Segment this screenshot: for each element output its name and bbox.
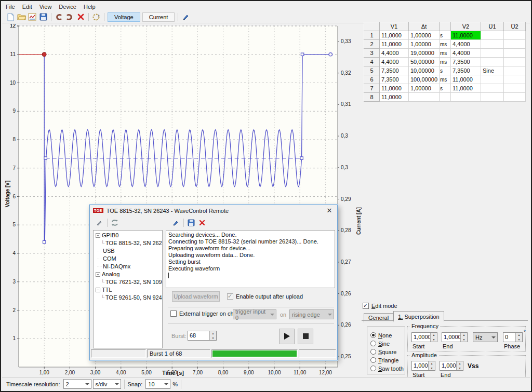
snap-value-dropdown[interactable]: 10 [145, 379, 170, 389]
voltage-view-button[interactable]: Voltage [108, 12, 140, 22]
radio-button-icon[interactable] [370, 332, 376, 338]
loop-settings-icon[interactable] [91, 12, 101, 22]
enable-output-checkbox[interactable]: Enable output after upload [227, 293, 303, 300]
edit-mode-checkbox-box[interactable] [363, 303, 369, 309]
pen-edit-icon[interactable] [180, 12, 191, 22]
segment-value-cell[interactable]: 50,00000 [409, 58, 440, 66]
segment-value-cell[interactable]: s [440, 84, 451, 93]
segment-value-cell[interactable] [504, 93, 526, 102]
radio-square[interactable]: Square [370, 348, 405, 356]
segment-value-cell[interactable] [481, 93, 504, 102]
dialog-close-button[interactable]: ✕ [325, 207, 334, 214]
clear-log-icon[interactable] [197, 218, 207, 228]
frequency-unit-dropdown[interactable]: Hz [473, 332, 498, 342]
radio-saw-tooth[interactable]: Saw tooth [370, 364, 405, 372]
delete-icon[interactable] [75, 12, 86, 22]
tree-node-usb[interactable]: USB [94, 247, 162, 255]
segment-value-cell[interactable]: 4,4000 [451, 49, 481, 58]
row-number-cell[interactable]: 8 [364, 93, 380, 102]
radio-none[interactable]: None [370, 331, 405, 339]
export-image-icon[interactable] [27, 12, 37, 22]
tree-expander-icon[interactable]: − [96, 288, 100, 292]
tree-expander-icon[interactable]: − [96, 272, 100, 277]
segment-value-cell[interactable]: Sine [481, 66, 504, 75]
row-number-cell[interactable]: 3 [364, 49, 380, 58]
save-log-icon[interactable] [186, 218, 196, 228]
open-file-icon[interactable] [16, 12, 26, 22]
tree-node-gpib0[interactable]: −GPIB0 [94, 232, 162, 239]
new-document-icon[interactable] [5, 12, 16, 22]
segment-value-cell[interactable] [481, 31, 504, 40]
segment-value-cell[interactable]: ms [440, 58, 451, 66]
segment-value-cell[interactable]: ms [440, 40, 451, 49]
segment-value-cell[interactable] [504, 58, 526, 66]
row-number-cell[interactable]: 5 [364, 66, 380, 75]
segment-value-cell[interactable] [481, 75, 504, 84]
tab-general[interactable]: General [364, 313, 393, 322]
radio-button-icon[interactable] [370, 357, 376, 363]
menu-item-edit[interactable]: Edit [19, 3, 36, 10]
segment-value-cell[interactable]: 11,0000 [451, 84, 481, 93]
segment-value-cell[interactable]: 7,3500 [451, 66, 481, 75]
segment-value-cell[interactable] [504, 49, 526, 58]
tab-1-superposition[interactable]: 1. Superposition [393, 311, 444, 321]
segment-value-cell[interactable]: 1,00000 [409, 31, 440, 40]
segment-value-cell[interactable]: 7,3500 [451, 58, 481, 66]
segment-value-cell[interactable] [504, 84, 526, 93]
tree-device-node[interactable]: └TOE 8815-32, SN 26243 [94, 239, 162, 247]
segment-value-cell[interactable] [440, 93, 451, 102]
upload-waveform-button[interactable]: Upload waveform [172, 291, 220, 302]
segment-value-cell[interactable]: 1,00000 [409, 40, 440, 49]
segment-value-cell[interactable] [481, 58, 504, 66]
segment-value-cell[interactable]: 1,00000 [409, 84, 440, 93]
segment-value-cell[interactable] [409, 93, 440, 102]
segment-value-cell[interactable]: 4,4000 [380, 49, 409, 58]
edit-log-icon[interactable] [170, 218, 181, 228]
segment-value-cell[interactable]: ms [440, 49, 451, 58]
segment-value-cell[interactable]: s [440, 66, 451, 75]
waveform-handle-square[interactable] [300, 157, 303, 159]
tree-node-analog[interactable]: −Analog [94, 271, 162, 278]
spinner-arrows[interactable]: ▲▼ [209, 331, 216, 340]
row-number-cell[interactable]: 2 [364, 40, 380, 49]
segment-value-cell[interactable] [481, 84, 504, 93]
tree-device-node[interactable]: └TOE 7621-32, SN 10935 [94, 278, 162, 286]
row-number-cell[interactable]: 4 [364, 58, 380, 66]
play-button[interactable] [279, 329, 295, 344]
waveform-handle-square[interactable] [301, 53, 303, 56]
segment-value-cell[interactable] [504, 40, 526, 49]
dialog-title-bar[interactable]: TOE TOE 8815-32, SN 26243 - WaveControl … [90, 205, 337, 216]
waveform-handle-dot[interactable] [42, 52, 46, 57]
segment-value-cell[interactable]: 11,0000 [380, 84, 409, 93]
menu-item-file[interactable]: File [2, 3, 19, 10]
amplitude-start-spinner[interactable]: 1,000▲▼ [411, 361, 435, 371]
waveform-handle-square[interactable] [43, 240, 45, 243]
trigger-input-dropdown[interactable]: trigger input 0 [233, 309, 276, 319]
save-icon[interactable] [38, 12, 48, 22]
menu-item-help[interactable]: Help [80, 3, 99, 10]
trigger-edge-dropdown[interactable]: rising edge [289, 309, 334, 319]
row-number-cell[interactable]: 1 [364, 31, 380, 40]
segment-value-cell[interactable] [481, 40, 504, 49]
segment-value-cell[interactable]: s [440, 31, 451, 40]
amplitude-end-spinner[interactable]: 1,000▲▼ [440, 361, 463, 371]
segment-value-cell[interactable] [504, 31, 526, 40]
segment-value-cell[interactable] [504, 66, 526, 75]
segment-value-cell[interactable]: 4,4000 [380, 58, 409, 66]
segment-value-cell[interactable]: 19,00000 [409, 49, 440, 58]
segment-value-cell[interactable] [481, 49, 504, 58]
edit-mode-checkbox[interactable]: Edit mode [363, 303, 397, 309]
undo-icon[interactable] [54, 12, 64, 22]
tree-node-ni-daqmx[interactable]: NI-DAQmx [94, 263, 162, 271]
segment-value-cell[interactable]: 7,3500 [380, 75, 409, 84]
menu-item-device[interactable]: Device [55, 3, 80, 10]
segment-value-cell[interactable] [504, 75, 526, 84]
frequency-end-spinner[interactable]: 1,00000▲▼ [442, 332, 468, 342]
row-number-cell[interactable]: 7 [364, 84, 380, 93]
tree-node-com[interactable]: COM [94, 255, 162, 263]
row-number-cell[interactable]: 6 [364, 75, 380, 84]
segment-value-cell[interactable]: ms [440, 75, 451, 84]
segment-value-cell[interactable]: 4,4000 [451, 40, 481, 49]
stop-button[interactable] [298, 329, 313, 344]
waveform-handle-circle[interactable] [329, 53, 332, 56]
